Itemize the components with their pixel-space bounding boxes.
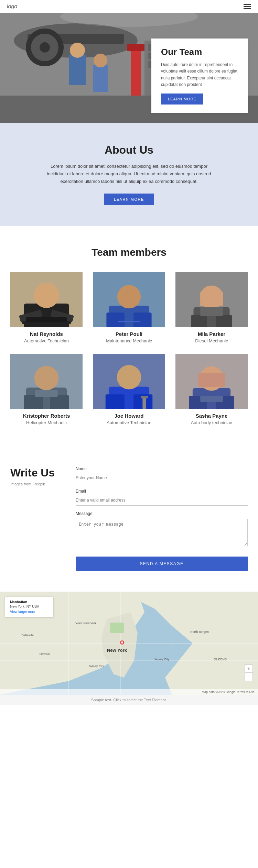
- svg-rect-37: [216, 315, 232, 327]
- svg-rect-50: [142, 397, 146, 409]
- map-section: New York Belleville Newark West New York…: [0, 592, 258, 695]
- team-title: Team members: [10, 246, 248, 258]
- team-member-role: Auto body technician: [175, 420, 248, 425]
- hero-section: Our Team Duis aute irure dolor in repreh…: [0, 13, 258, 123]
- svg-text:North Bergen: North Bergen: [190, 630, 209, 634]
- team-section: Team members Nat Reynolds Automotive Tec…: [0, 226, 258, 446]
- email-label: Email: [76, 489, 248, 494]
- map-city: Manhattan: [10, 600, 49, 604]
- team-photo: [175, 354, 248, 409]
- navbar: logo: [0, 0, 258, 13]
- team-member-name: Nat Reynolds: [10, 331, 83, 337]
- team-photo: [175, 272, 248, 327]
- message-textarea[interactable]: [76, 519, 248, 546]
- team-member-name: Kristopher Roberts: [10, 413, 83, 419]
- hamburger-line-1: [244, 4, 251, 5]
- send-message-button[interactable]: SEND A MESSAGE: [76, 557, 248, 571]
- map-attribution: Map data ©2023 Google Terms of Use: [0, 689, 258, 695]
- svg-point-10: [94, 54, 107, 67]
- about-section: About Us Lorem ipsum dolor sit amet, con…: [0, 123, 258, 226]
- hamburger-line-3: [244, 8, 251, 9]
- hero-title: Our Team: [161, 47, 238, 57]
- svg-text:Jersey City: Jersey City: [154, 658, 170, 661]
- name-input[interactable]: [76, 473, 248, 483]
- svg-text:Newark: Newark: [40, 652, 50, 656]
- map-background: New York Belleville Newark West New York…: [0, 592, 258, 695]
- svg-rect-12: [127, 44, 144, 51]
- team-member-name: Peter Pouli: [93, 331, 165, 337]
- map-zoom-out-button[interactable]: −: [245, 673, 253, 681]
- hamburger-menu[interactable]: [244, 4, 251, 9]
- about-description: Lorem ipsum dolor sit amet, consectetur …: [43, 163, 215, 185]
- logo: logo: [7, 3, 17, 10]
- bottom-bar-text: Sample text. Click to select the Text El…: [91, 698, 167, 702]
- map-zoom-controls: + −: [245, 664, 253, 681]
- contact-form: Name Email Message SEND A MESSAGE: [76, 466, 248, 571]
- bottom-bar: Sample text. Click to select the Text El…: [0, 695, 258, 705]
- team-member-role: Maintenance Mechanic: [93, 338, 165, 343]
- about-learn-more-button[interactable]: LEARN MORE: [104, 194, 154, 205]
- svg-point-8: [70, 43, 85, 58]
- team-photo: [10, 354, 83, 409]
- svg-point-79: [121, 641, 123, 644]
- svg-point-41: [34, 366, 59, 391]
- svg-rect-51: [141, 396, 148, 398]
- hero-description: Duis aute irure dolor in reprehenderit i…: [161, 62, 238, 88]
- contact-section: Write Us Images from Freepik Name Email …: [0, 446, 258, 592]
- svg-rect-48: [106, 394, 125, 409]
- team-member-role: Helicopter Mechanic: [10, 420, 83, 425]
- svg-rect-38: [200, 307, 223, 316]
- name-field-group: Name: [76, 466, 248, 483]
- svg-text:QUEENS: QUEENS: [214, 658, 227, 661]
- message-label: Message: [76, 511, 248, 516]
- svg-point-20: [34, 283, 59, 308]
- hero-overlay: Our Team Duis aute irure dolor in repreh…: [151, 39, 248, 113]
- team-card: Sasha Payne Auto body technician: [175, 354, 248, 425]
- svg-rect-35: [200, 292, 223, 306]
- about-title: About Us: [10, 144, 248, 156]
- team-card: Joe Howard Automotive Technician: [93, 354, 165, 425]
- svg-text:Jersey City: Jersey City: [89, 664, 104, 668]
- team-member-name: Mila Parker: [175, 331, 248, 337]
- team-member-role: Automotive Technician: [93, 420, 165, 425]
- email-field-group: Email: [76, 489, 248, 506]
- map-address: New York, NY USA: [10, 605, 49, 608]
- svg-rect-11: [131, 47, 141, 96]
- team-photo: [93, 354, 165, 409]
- svg-rect-42: [24, 395, 43, 409]
- svg-text:Belleville: Belleville: [21, 634, 34, 637]
- svg-rect-44: [35, 390, 58, 397]
- map-view-larger[interactable]: View larger map: [10, 610, 49, 614]
- map-zoom-in-button[interactable]: +: [245, 664, 253, 673]
- team-card: Peter Pouli Maintenance Mechanic: [93, 272, 165, 343]
- team-photo: [93, 272, 165, 327]
- team-member-name: Sasha Payne: [175, 413, 248, 419]
- svg-rect-43: [50, 395, 69, 409]
- svg-rect-36: [191, 315, 207, 327]
- contact-title: Write Us: [10, 466, 62, 479]
- team-member-name: Joe Howard: [93, 413, 165, 419]
- svg-rect-7: [69, 54, 86, 85]
- team-photo: [10, 272, 83, 327]
- svg-rect-30: [133, 312, 152, 327]
- contact-left: Write Us Images from Freepik: [10, 466, 62, 571]
- team-card: Mila Parker Diesel Mechanic: [175, 272, 248, 343]
- team-member-role: Diesel Mechanic: [175, 338, 248, 343]
- svg-rect-9: [93, 65, 108, 92]
- svg-text:West New York: West New York: [76, 622, 97, 625]
- svg-rect-58: [200, 396, 223, 402]
- svg-rect-69: [110, 623, 124, 633]
- svg-point-28: [117, 285, 141, 308]
- svg-rect-55: [198, 373, 225, 387]
- team-grid: Nat Reynolds Automotive Technician Peter…: [10, 272, 248, 425]
- contact-subtitle: Images from Freepik: [10, 482, 62, 486]
- message-field-group: Message: [76, 511, 248, 548]
- name-label: Name: [76, 466, 248, 471]
- hero-learn-more-button[interactable]: LEARN MORE: [161, 94, 203, 105]
- svg-rect-25: [26, 317, 67, 323]
- team-card: Nat Reynolds Automotive Technician: [10, 272, 83, 343]
- email-input[interactable]: [76, 495, 248, 506]
- svg-text:New York: New York: [107, 648, 127, 653]
- map-infobox: Manhattan New York, NY USA View larger m…: [5, 597, 53, 617]
- team-card: Kristopher Roberts Helicopter Mechanic: [10, 354, 83, 425]
